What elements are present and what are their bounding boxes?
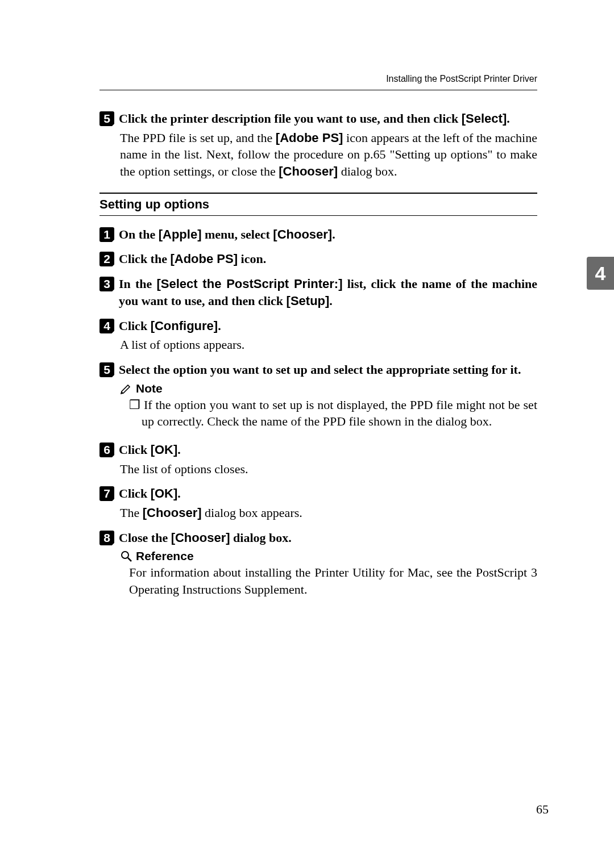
svg-point-0 [122,552,128,558]
step-number-icon: 8 [99,531,114,545]
step-body: A list of options appears. [120,336,537,353]
magnifier-icon [120,550,132,562]
step-number-icon: 2 [99,252,114,266]
step-6: 6 Click [OK]. The list of options closes… [99,441,537,477]
running-header: Installing the PostScript Printer Driver [99,74,537,90]
step-title: Click [Configure]. [119,318,221,335]
step-4: 4 Click [Configure]. A list of options a… [99,318,537,353]
svg-line-1 [128,558,131,561]
note-label: Note [136,382,163,395]
step-7: 7 Click [OK]. The [Chooser] dialog box a… [99,485,537,521]
reference-heading: Reference [120,549,537,563]
step-number-icon: 7 [99,486,114,501]
header-title: Installing the PostScript Printer Driver [386,74,537,84]
reference-label: Reference [136,549,194,563]
step-number-icon: 3 [99,277,114,291]
section-heading: Setting up options [99,193,537,216]
step-title: On the [Apple] menu, select [Chooser]. [119,226,335,243]
step-2: 2 Click the [Adobe PS] icon. [99,251,537,268]
step-title: Click the [Adobe PS] icon. [119,251,266,268]
step-body: The [Chooser] dialog box appears. [120,504,537,521]
reference-body: For information about installing the Pri… [129,564,537,598]
step-title: Click [OK]. [119,441,181,458]
step-number-icon: 5 [99,111,114,126]
chapter-tab: 4 [587,257,614,290]
step-8: 8 Close the [Chooser] dialog box. Refere… [99,529,537,598]
step-title: Click the printer description file you w… [119,110,510,127]
step-body: The PPD file is set up, and the [Adobe P… [120,130,537,180]
step-number-icon: 6 [99,443,114,457]
step-1: 1 On the [Apple] menu, select [Chooser]. [99,226,537,243]
step-number-icon: 5 [99,362,114,377]
step-number-icon: 4 [99,319,114,333]
page-number: 65 [536,802,549,817]
step-title: Select the option you want to set up and… [119,361,521,378]
step-3: 3 In the [Select the PostScript Printer:… [99,276,537,309]
pencil-icon [120,382,132,395]
step-title: Click [OK]. [119,485,181,502]
step-title: In the [Select the PostScript Printer:] … [119,276,537,309]
step-5: 5 Select the option you want to set up a… [99,361,537,430]
step-5-select-file: 5 Click the printer description file you… [99,110,537,180]
step-number-icon: 1 [99,227,114,242]
step-body: The list of options closes. [120,461,537,478]
note-heading: Note [120,382,537,395]
note-body: ❒ If the option you want to set up is no… [129,397,537,430]
step-title: Close the [Chooser] dialog box. [119,529,292,546]
